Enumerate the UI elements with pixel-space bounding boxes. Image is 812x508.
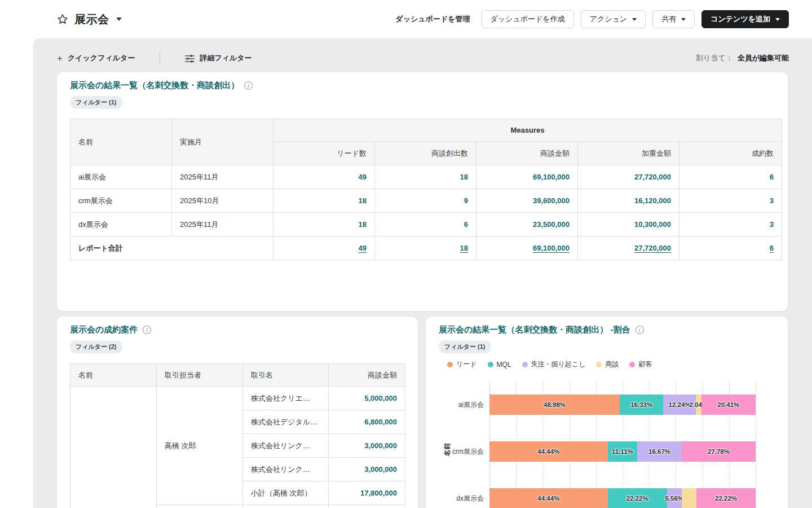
bar-segment-label: 16.33% [630,401,652,408]
category-label: dx展示会 [426,488,484,508]
favorite-star-icon[interactable] [56,13,69,25]
bar-segment-label: 27.78% [708,448,730,455]
bar-segment[interactable]: 16.33% [620,395,663,415]
bar-row: 48.98%16.33%12.24%2.04%20.41% [489,395,756,415]
deals-card-title: 展示会の成約案件 [70,325,138,335]
dashboard-panel: + クイックフィルター 詳細フィルター 割り当て： 全員が編集可能 展示会の結果… [33,38,812,508]
bar-segment[interactable]: 5.56% [667,488,682,508]
advanced-filter-label: 詳細フィルター [200,53,251,63]
bar-row: 44.44%22.22%5.56%22.22% [489,488,756,508]
deal-owner-cell: 高橋 次郎 [157,387,243,505]
filter-divider [160,52,160,64]
metric-value[interactable]: 3 [770,196,774,205]
table-row: ai展示会 2025年11月 49 18 69,100,000 27,720,0… [70,165,782,189]
report-card: 展示会の結果一覧（名刺交換数・商談創出） i フィルター (1) 名前 実施月 … [57,72,788,311]
bar-segment-label: 5.56% [665,495,683,502]
bar-segment-label: 11.11% [612,448,633,455]
bar-segment[interactable]: 11.11% [608,441,637,462]
metric-total[interactable]: 27,720,000 [634,244,671,252]
metric-value[interactable]: 18 [359,220,367,229]
deal-amount[interactable]: 3,000,000 [364,465,397,474]
metric-value[interactable]: 27,720,000 [634,173,671,181]
deal-name: 株式会社クリエ… [243,387,329,410]
report-filter-badge[interactable]: フィルター (1) [70,96,122,109]
metric-value[interactable]: 23,500,000 [533,220,570,229]
report-table: 名前 実施月 Measures リード数 商談創出数 商談金額 加重金額 成約数… [70,119,782,260]
sliders-icon [185,54,195,63]
bar-segment-label: 20.41% [717,401,739,408]
total-label: レポート合計 [70,237,273,260]
actions-button[interactable]: アクション [581,10,646,28]
manage-dashboards-link[interactable]: ダッシュボードを管理 [395,14,470,24]
deal-name: 株式会社リンク… [243,458,329,481]
col-header-amount: 商談金額 [329,364,405,387]
row-month: 2025年10月 [172,189,273,213]
report-card-title: 展示会の結果一覧（名刺交換数・商談創出） [70,80,239,91]
info-icon[interactable]: i [244,81,253,90]
metric-total[interactable]: 49 [359,244,367,252]
row-month: 2025年11月 [172,213,273,237]
gridline [756,382,756,508]
metric-value[interactable]: 9 [464,196,468,205]
metric-total[interactable]: 69,100,000 [533,244,570,252]
bar-segment[interactable]: 22.22% [608,488,667,508]
bar-segment[interactable]: 48.98% [489,395,620,415]
row-name: ai展示会 [70,165,172,189]
col-header-month: 実施月 [172,119,273,165]
deals-table: 名前 取引担当者 取引名 商談金額 高橋 次郎 株式会社クリエ… 5,000,0… [70,364,405,508]
assign-label: 割り当て： [696,53,733,63]
row-name: dx展示会 [70,213,172,237]
metric-value[interactable]: 6 [464,220,468,229]
metric-total[interactable]: 6 [770,244,774,252]
metric-value[interactable]: 39,600,000 [533,196,570,205]
bar-segment[interactable]: 44.44% [489,441,608,462]
col-header-owner: 取引担当者 [157,364,243,387]
quick-filter-button[interactable]: + クイックフィルター [57,53,135,63]
bar-segment[interactable]: 27.78% [682,441,756,462]
bar-segment[interactable] [682,488,696,508]
bar-segment[interactable]: 44.44% [489,488,608,508]
category-label: ai展示会 [426,395,484,415]
metric-value[interactable]: 49 [359,173,367,181]
col-header-deals-created: 商談創出数 [375,142,476,165]
add-content-button[interactable]: コンテンツを追加 [701,10,789,28]
bar-row: 44.44%11.11%16.67%27.78% [489,441,756,462]
row-month: 2025年11月 [172,165,273,189]
table-row: crm展示会 2025年10月 18 9 39,600,000 16,120,0… [70,189,782,213]
metric-value[interactable]: 10,300,000 [634,220,671,229]
deal-amount[interactable]: 3,000,000 [364,441,397,450]
create-dashboard-button[interactable]: ダッシュボードを作成 [482,10,574,28]
table-row: 高橋 次郎 株式会社クリエ… 5,000,000 [70,387,405,410]
metric-total[interactable]: 18 [460,244,468,252]
title-dropdown-caret-icon[interactable] [116,17,122,21]
bar-segment-label: 48.98% [544,401,566,408]
info-icon[interactable]: i [143,326,151,334]
bar-segment[interactable]: 16.67% [637,441,682,462]
metric-value[interactable]: 3 [770,220,774,229]
metric-value[interactable]: 18 [359,196,367,205]
deal-amount[interactable]: 17,800,000 [360,489,397,497]
deal-amount[interactable]: 6,800,000 [364,418,397,426]
actions-label: アクション [590,14,628,24]
metric-value[interactable]: 18 [460,173,468,181]
col-header-deal: 取引名 [243,364,329,387]
bar-segment[interactable]: 20.41% [701,395,756,415]
col-header-name: 名前 [70,364,157,387]
deal-owner-cell [157,505,243,508]
bar-segment-label: 16.67% [648,448,670,455]
deals-filter-badge[interactable]: フィルター (2) [70,340,122,353]
share-button[interactable]: 共有 [652,10,695,28]
metric-value[interactable]: 69,100,000 [533,173,570,181]
metric-value[interactable]: 6 [770,173,774,181]
advanced-filter-button[interactable]: 詳細フィルター [185,53,251,63]
plus-icon: + [57,54,63,63]
bar-segment[interactable]: 2.04% [696,395,701,415]
assign-value[interactable]: 全員が編集可能 [738,53,789,63]
bar-segment[interactable]: 22.22% [696,488,756,508]
subtotal-label: 小計（高橋 次郎） [243,481,329,505]
deal-amount[interactable]: 5,000,000 [364,394,397,402]
chart-card: 展示会の結果一覧（名刺交換数・商談創出） -割合 i フィルター (1) リード… [426,317,788,508]
filter-bar: + クイックフィルター 詳細フィルター 割り当て： 全員が編集可能 [57,51,789,65]
chevron-down-icon [775,18,780,21]
metric-value[interactable]: 16,120,000 [634,196,671,205]
